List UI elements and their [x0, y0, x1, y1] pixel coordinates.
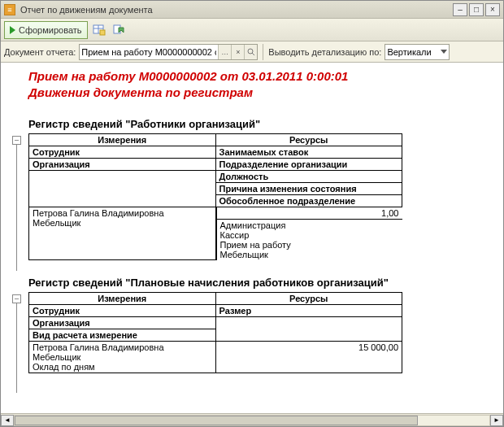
horizontal-scrollbar[interactable]: ◄ ► [1, 413, 503, 426]
outline-toggle-1[interactable]: – [12, 294, 21, 303]
window-title: Отчет по движениям документа [20, 5, 451, 15]
table-row: Петрова Галина Владимировна Мебельщик 1,… [29, 207, 402, 260]
parameter-bar: Документ отчета: … × Выводить детализаци… [1, 41, 503, 63]
table-row: СотрудникЗанимаемых ставок [29, 146, 402, 158]
svg-rect-3 [100, 30, 105, 35]
document-clear-button[interactable]: × [231, 45, 244, 59]
generate-button-label: Сформировать [19, 25, 82, 35]
outline-line-0 [16, 145, 17, 271]
table-header-row: Измерения Ресурсы [29, 293, 402, 305]
col-measurements: Измерения [29, 293, 216, 305]
toolbar: Сформировать [1, 19, 503, 41]
outline-toggle-0[interactable]: – [12, 136, 21, 145]
scroll-thumb[interactable] [15, 416, 418, 425]
report-title-2: Движения документа по регистрам [28, 85, 495, 101]
export-icon [112, 24, 125, 37]
document-open-button[interactable] [244, 45, 257, 59]
table-row: Вид расчета измерение [29, 329, 402, 342]
maximize-button[interactable]: □ [469, 3, 484, 16]
report-area[interactable]: Прием на работу М0000000002 от 03.01.201… [1, 63, 503, 413]
document-label: Документ отчета: [4, 47, 76, 57]
scroll-track[interactable] [14, 415, 490, 426]
document-select-button[interactable]: … [218, 45, 231, 59]
close-button[interactable]: × [485, 3, 500, 16]
register-table-1: Измерения Ресурсы СотрудникРазмер Органи… [28, 292, 402, 373]
magnifier-icon [247, 48, 255, 56]
register-table-0: Измерения Ресурсы СотрудникЗанимаемых ст… [28, 133, 402, 261]
scroll-left-button[interactable]: ◄ [1, 415, 14, 426]
table-header-row: Измерения Ресурсы [29, 133, 402, 146]
table-icon [93, 24, 106, 37]
data-lines-0: Администрация Кассир Прием на работу Меб… [216, 219, 402, 260]
table-row: Петрова Галина Владимировна Мебельщик Ок… [29, 342, 402, 373]
table-row: Организация [29, 317, 402, 329]
minimize-button[interactable]: – [453, 3, 467, 16]
titlebar: ≡ Отчет по движениям документа – □ × [1, 1, 503, 19]
data-num-1: 15 000,00 [215, 342, 402, 373]
table-settings-button[interactable] [91, 22, 107, 38]
section-heading-1: Регистр сведений "Плановые начисления ра… [28, 277, 495, 289]
table-row: ОрганизацияПодразделение организации [29, 158, 402, 170]
document-input[interactable] [80, 47, 218, 57]
scroll-right-button[interactable]: ► [490, 415, 503, 426]
export-button[interactable] [111, 22, 127, 38]
data-left-1: Петрова Галина Владимировна Мебельщик Ок… [29, 342, 216, 373]
detail-select-value: Вертикали [387, 47, 431, 57]
app-window: ≡ Отчет по движениям документа – □ × Сфо… [0, 0, 504, 427]
separator [263, 44, 263, 60]
play-icon [10, 26, 15, 34]
col-measurements: Измерения [29, 133, 216, 146]
register-section-0: – Регистр сведений "Работники организаци… [28, 118, 495, 261]
table-row: Причина изменения состояния [29, 182, 402, 194]
generate-report-button[interactable]: Сформировать [4, 21, 88, 39]
section-heading-0: Регистр сведений "Работники организаций" [28, 118, 495, 130]
outline-line-1 [16, 303, 17, 393]
detail-select[interactable]: Вертикали [385, 44, 450, 60]
report-title-1: Прием на работу М0000000002 от 03.01.201… [28, 68, 495, 85]
register-section-1: – Регистр сведений "Плановые начисления … [28, 277, 495, 373]
col-resources: Ресурсы [215, 133, 402, 146]
table-row: СотрудникРазмер [29, 305, 402, 317]
table-row: Должность [29, 170, 402, 182]
detail-label: Выводить детализацию по: [268, 47, 381, 57]
app-icon: ≡ [4, 4, 15, 15]
table-row: Обособленное подразделение [29, 194, 402, 207]
document-input-group: … × [79, 44, 258, 60]
report-content: Прием на работу М0000000002 от 03.01.201… [1, 63, 503, 390]
svg-line-6 [252, 53, 254, 55]
chevron-down-icon [441, 50, 447, 54]
data-left-0: Петрова Галина Владимировна Мебельщик [29, 207, 216, 260]
col-resources: Ресурсы [215, 293, 402, 305]
data-num-0: 1,00 [216, 207, 402, 220]
